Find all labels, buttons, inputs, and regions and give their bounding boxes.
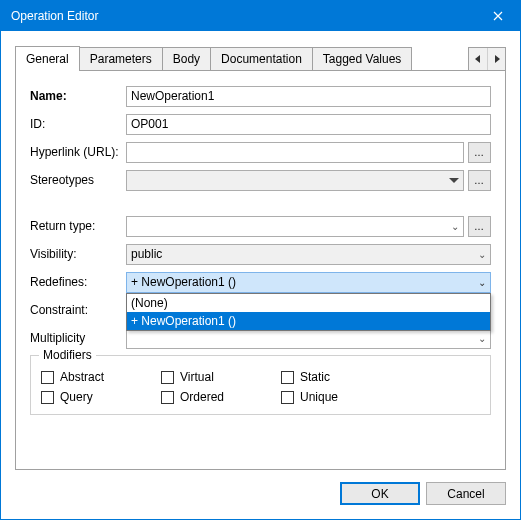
return-type-label: Return type: bbox=[30, 219, 126, 233]
tab-general[interactable]: General bbox=[15, 46, 80, 71]
stereotypes-select[interactable] bbox=[126, 170, 464, 191]
chevron-down-icon: ⌄ bbox=[478, 277, 486, 288]
operation-editor-window: Operation Editor General Parameters Body… bbox=[0, 0, 521, 520]
constraint-label: Constraint: bbox=[30, 303, 126, 317]
close-button[interactable] bbox=[475, 1, 520, 31]
return-type-browse-button[interactable]: … bbox=[468, 216, 491, 237]
checkbox-unique[interactable]: Unique bbox=[281, 390, 401, 404]
tab-bar: General Parameters Body Documentation Ta… bbox=[15, 45, 506, 70]
checkbox-abstract[interactable]: Abstract bbox=[41, 370, 161, 384]
visibility-select[interactable]: public ⌄ bbox=[126, 244, 491, 265]
checkbox-box-icon bbox=[41, 371, 54, 384]
ok-button[interactable]: OK bbox=[340, 482, 420, 505]
ellipsis-icon: … bbox=[474, 221, 485, 232]
tab-tagged-values[interactable]: Tagged Values bbox=[312, 47, 413, 70]
hyperlink-label: Hyperlink (URL): bbox=[30, 145, 126, 159]
stereotypes-browse-button[interactable]: … bbox=[468, 170, 491, 191]
visibility-value: public bbox=[131, 247, 162, 261]
ellipsis-icon: … bbox=[474, 147, 485, 158]
close-icon bbox=[493, 11, 503, 21]
checkbox-virtual[interactable]: Virtual bbox=[161, 370, 281, 384]
checkbox-box-icon bbox=[161, 391, 174, 404]
cancel-button[interactable]: Cancel bbox=[426, 482, 506, 505]
visibility-label: Visibility: bbox=[30, 247, 126, 261]
return-type-select[interactable]: ⌄ bbox=[126, 216, 464, 237]
multiplicity-select[interactable]: ⌄ bbox=[126, 328, 491, 349]
chevron-down-icon: ⌄ bbox=[451, 221, 459, 232]
redefines-label: Redefines: bbox=[30, 275, 126, 289]
hyperlink-browse-button[interactable]: … bbox=[468, 142, 491, 163]
tab-body[interactable]: Body bbox=[162, 47, 211, 70]
modifiers-legend: Modifiers bbox=[39, 348, 96, 362]
titlebar: Operation Editor bbox=[1, 1, 520, 31]
checkbox-box-icon bbox=[41, 391, 54, 404]
id-label: ID: bbox=[30, 117, 126, 131]
name-input[interactable] bbox=[126, 86, 491, 107]
checkbox-box-icon bbox=[281, 391, 294, 404]
redefines-option-none[interactable]: (None) bbox=[127, 294, 490, 312]
checkbox-query[interactable]: Query bbox=[41, 390, 161, 404]
checkbox-ordered[interactable]: Ordered bbox=[161, 390, 281, 404]
tab-scroll bbox=[468, 47, 506, 70]
stereotypes-label: Stereotypes bbox=[30, 173, 126, 187]
dialog-body: General Parameters Body Documentation Ta… bbox=[1, 31, 520, 519]
name-label: Name: bbox=[30, 89, 126, 103]
id-input[interactable] bbox=[126, 114, 491, 135]
triangle-right-icon bbox=[494, 55, 500, 63]
checkbox-box-icon bbox=[161, 371, 174, 384]
chevron-down-icon bbox=[449, 178, 459, 183]
checkbox-static[interactable]: Static bbox=[281, 370, 401, 384]
ellipsis-icon: … bbox=[474, 175, 485, 186]
tab-documentation[interactable]: Documentation bbox=[210, 47, 313, 70]
tab-parameters[interactable]: Parameters bbox=[79, 47, 163, 70]
multiplicity-label: Multiplicity bbox=[30, 331, 126, 345]
redefines-select[interactable]: + NewOperation1 () ⌄ bbox=[126, 272, 491, 293]
window-title: Operation Editor bbox=[11, 9, 475, 23]
modifiers-group: Modifiers Abstract Virtual Static bbox=[30, 355, 491, 415]
triangle-left-icon bbox=[475, 55, 481, 63]
hyperlink-input[interactable] bbox=[126, 142, 464, 163]
tab-panel-general: Name: ID: Hyperlink (URL): … Stereotypes bbox=[15, 70, 506, 470]
chevron-down-icon: ⌄ bbox=[478, 249, 486, 260]
redefines-option-newop1[interactable]: + NewOperation1 () bbox=[127, 312, 490, 330]
tab-scroll-left[interactable] bbox=[469, 48, 487, 70]
redefines-dropdown: (None) + NewOperation1 () bbox=[126, 293, 491, 331]
dialog-buttons: OK Cancel bbox=[15, 470, 506, 505]
chevron-down-icon: ⌄ bbox=[478, 333, 486, 344]
redefines-value: + NewOperation1 () bbox=[131, 275, 236, 289]
tab-scroll-right[interactable] bbox=[487, 48, 505, 70]
checkbox-box-icon bbox=[281, 371, 294, 384]
